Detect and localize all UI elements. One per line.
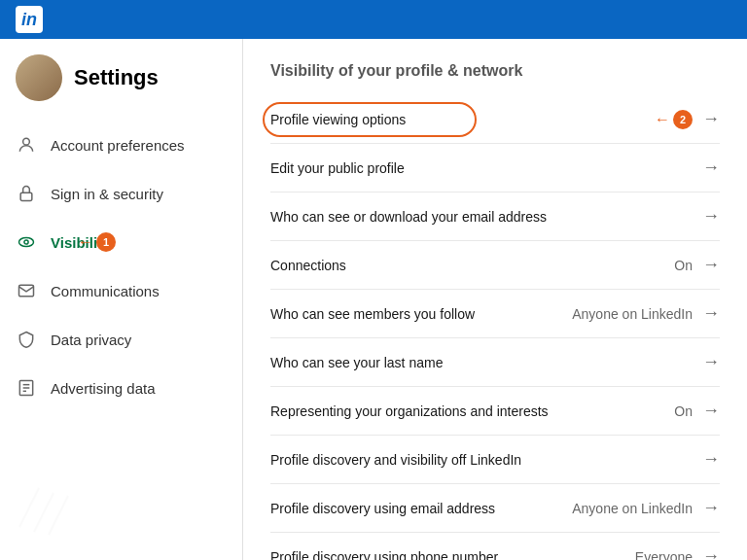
page-title: Settings <box>74 65 159 90</box>
sidebar-nav: Account preferences Sign in & security <box>0 121 242 412</box>
arrow-right-icon: → <box>702 109 720 129</box>
arrow-right-icon: → <box>702 498 720 518</box>
menu-item-label: Profile discovery using phone number <box>270 549 635 561</box>
arrow-right-icon: → <box>702 546 720 560</box>
sidebar-item-visibility[interactable]: Visibility ← 1 <box>0 218 242 266</box>
document-icon <box>16 377 37 399</box>
content-area: Visibility of your profile & network Pro… <box>243 39 747 560</box>
linkedin-logo: in <box>16 6 43 33</box>
menu-item-discovery-off-linkedin[interactable]: Profile discovery and visibility off Lin… <box>270 436 720 484</box>
svg-point-2 <box>19 237 34 246</box>
svg-line-11 <box>49 496 68 535</box>
arrow-right-icon: → <box>702 255 720 275</box>
menu-item-value: Anyone on LinkedIn <box>572 306 693 322</box>
menu-item-label: Representing your organizations and inte… <box>270 403 674 419</box>
menu-item-discovery-email[interactable]: Profile discovery using email address An… <box>270 484 720 533</box>
arrow-right-icon: → <box>702 449 720 470</box>
avatar <box>16 54 62 101</box>
sidebar-item-sign-in-security[interactable]: Sign in & security <box>0 169 242 218</box>
eye-icon <box>16 231 37 253</box>
annotation-1: ← 1 <box>78 232 116 252</box>
menu-item-profile-viewing-options[interactable]: Profile viewing options ← 2 → <box>270 95 720 144</box>
menu-item-discovery-phone[interactable]: Profile discovery using phone number Eve… <box>270 533 720 560</box>
svg-line-10 <box>34 493 53 532</box>
menu-item-organizations[interactable]: Representing your organizations and inte… <box>270 387 720 436</box>
svg-rect-1 <box>20 192 32 200</box>
sidebar-header: Settings <box>0 54 242 121</box>
menu-item-connections[interactable]: Connections On → <box>270 241 720 290</box>
menu-item-label: Edit your public profile <box>270 160 702 176</box>
lock-icon <box>16 183 37 204</box>
menu-item-value: On <box>674 258 693 273</box>
topbar: in <box>0 0 747 39</box>
sidebar: Settings Account preferences <box>0 39 243 560</box>
menu-item-edit-public-profile[interactable]: Edit your public profile → <box>270 144 720 192</box>
menu-item-email-visibility[interactable]: Who can see or download your email addre… <box>270 192 720 241</box>
menu-item-see-follow[interactable]: Who can see members you follow Anyone on… <box>270 290 720 338</box>
menu-item-label: Who can see or download your email addre… <box>270 209 702 225</box>
arrow-right-icon: → <box>702 303 720 324</box>
arrow-right-icon: → <box>702 352 720 372</box>
arrow-right-icon: → <box>702 206 720 227</box>
decoration <box>10 478 88 541</box>
menu-item-label: Who can see members you follow <box>270 306 572 322</box>
svg-line-9 <box>19 488 39 527</box>
menu-item-value: Everyone <box>635 549 693 561</box>
svg-point-3 <box>24 240 28 244</box>
main-layout: Settings Account preferences <box>0 39 747 560</box>
menu-item-label: Profile viewing options <box>270 112 655 127</box>
menu-item-label: Connections <box>270 258 674 273</box>
mail-icon <box>16 280 37 301</box>
menu-items-list: Profile viewing options ← 2 → Edit your … <box>270 95 720 560</box>
menu-item-value: Anyone on LinkedIn <box>572 501 693 516</box>
sidebar-item-communications[interactable]: Communications <box>0 266 242 315</box>
arrow-right-icon: → <box>702 158 720 178</box>
menu-item-value: On <box>674 403 693 419</box>
sidebar-item-advertising-data[interactable]: Advertising data <box>0 364 242 412</box>
sidebar-item-account-preferences[interactable]: Account preferences <box>0 121 242 169</box>
shield-icon <box>16 329 37 350</box>
svg-point-0 <box>23 138 30 145</box>
sidebar-item-data-privacy[interactable]: Data privacy <box>0 315 242 364</box>
arrow-right-icon: → <box>702 401 720 421</box>
menu-item-last-name[interactable]: Who can see your last name → <box>270 338 720 387</box>
annotation-2: ← 2 <box>655 110 693 129</box>
menu-item-label: Profile discovery using email address <box>270 501 572 516</box>
person-icon <box>16 134 37 156</box>
section-title: Visibility of your profile & network <box>270 62 720 80</box>
menu-item-label: Profile discovery and visibility off Lin… <box>270 452 702 468</box>
menu-item-label: Who can see your last name <box>270 355 702 370</box>
